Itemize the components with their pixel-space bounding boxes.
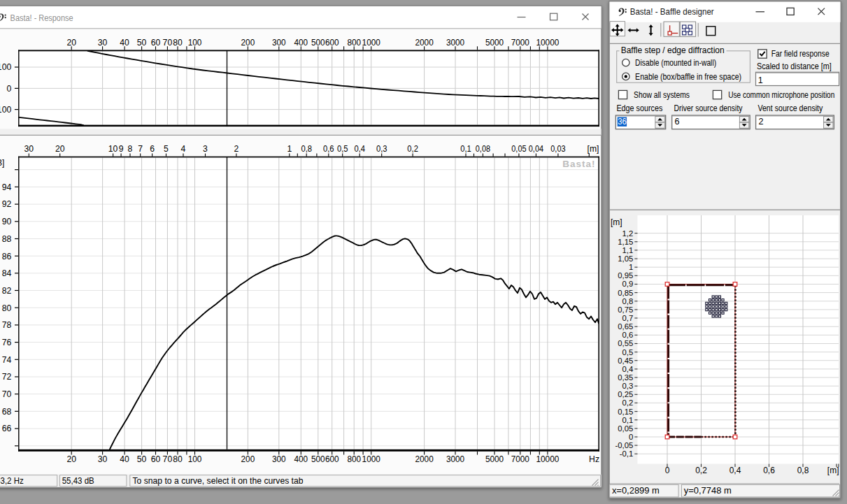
svg-text:78: 78 xyxy=(2,320,12,330)
svg-text:0,4: 0,4 xyxy=(354,144,365,154)
svg-text:84: 84 xyxy=(2,268,12,278)
svg-text:Scaled to distance [m]: Scaled to distance [m] xyxy=(757,62,832,71)
svg-text:86: 86 xyxy=(2,252,12,261)
svg-text:2000: 2000 xyxy=(415,38,434,48)
svg-text:70: 70 xyxy=(163,454,173,464)
svg-text:800: 800 xyxy=(347,38,361,48)
svg-text:100: 100 xyxy=(0,105,11,115)
svg-text:0,9: 0,9 xyxy=(622,280,634,288)
svg-text:[m]: [m] xyxy=(827,466,839,475)
svg-text:60: 60 xyxy=(151,38,161,48)
svg-text:50: 50 xyxy=(137,38,147,48)
svg-text:Baffle step / edge diffraction: Baffle step / edge diffraction xyxy=(621,45,725,55)
svg-text:0,3: 0,3 xyxy=(376,144,387,154)
svg-text:0,5: 0,5 xyxy=(337,144,348,154)
svg-text:2: 2 xyxy=(758,117,763,127)
svg-text:[dB]: [dB] xyxy=(0,158,5,168)
svg-text:80: 80 xyxy=(173,38,183,48)
svg-text:1000: 1000 xyxy=(362,454,380,464)
svg-text:3000: 3000 xyxy=(446,38,464,48)
svg-text:0,95: 0,95 xyxy=(618,271,633,280)
svg-text:88: 88 xyxy=(2,234,12,244)
svg-text:3: 3 xyxy=(203,144,208,154)
svg-text:[m]: [m] xyxy=(588,144,599,154)
svg-text:0,45: 0,45 xyxy=(618,357,633,365)
svg-text:7: 7 xyxy=(138,144,143,154)
svg-text:1000: 1000 xyxy=(362,38,380,48)
svg-text:0,03: 0,03 xyxy=(550,144,565,154)
svg-text:36: 36 xyxy=(618,117,627,127)
svg-text:100: 100 xyxy=(188,38,202,48)
svg-text:20: 20 xyxy=(55,144,65,154)
svg-text:0,15: 0,15 xyxy=(618,408,633,416)
svg-text:70: 70 xyxy=(2,389,12,399)
svg-text:0,4: 0,4 xyxy=(622,365,634,373)
svg-text:Edge sources: Edge sources xyxy=(616,103,662,113)
svg-text:10: 10 xyxy=(108,144,118,154)
svg-text:153,2 Hz: 153,2 Hz xyxy=(0,476,24,486)
svg-text:6: 6 xyxy=(150,144,155,154)
svg-text:0,6: 0,6 xyxy=(622,331,634,339)
svg-text:10000: 10000 xyxy=(536,454,560,464)
svg-text:y=0,7748 m: y=0,7748 m xyxy=(684,486,732,496)
svg-text:0,1: 0,1 xyxy=(622,416,634,424)
svg-text:76: 76 xyxy=(2,338,12,347)
svg-text:0,75: 0,75 xyxy=(618,305,633,314)
svg-text:200: 200 xyxy=(241,454,255,464)
svg-text:Hz: Hz xyxy=(589,454,599,464)
svg-text:20: 20 xyxy=(66,454,76,464)
svg-text:0,6: 0,6 xyxy=(763,466,775,475)
svg-text:500: 500 xyxy=(311,38,325,48)
svg-text:50: 50 xyxy=(137,454,147,464)
svg-text:3000: 3000 xyxy=(446,454,464,464)
svg-text:0,6: 0,6 xyxy=(323,144,334,154)
svg-text:300: 300 xyxy=(272,38,286,48)
svg-text:Basta! - Response: Basta! - Response xyxy=(10,13,73,23)
svg-text:Use common microphone position: Use common microphone position xyxy=(728,90,834,100)
svg-text:0,1: 0,1 xyxy=(460,144,471,154)
svg-text:0,4: 0,4 xyxy=(729,466,741,475)
svg-text:92: 92 xyxy=(2,199,12,209)
svg-text:0,2: 0,2 xyxy=(622,398,634,407)
svg-text:5000: 5000 xyxy=(485,38,504,48)
svg-text:0,05: 0,05 xyxy=(511,144,526,154)
svg-text:0: 0 xyxy=(665,466,670,475)
svg-text:300: 300 xyxy=(272,454,286,464)
svg-text:400: 400 xyxy=(294,454,308,464)
svg-text:200: 200 xyxy=(241,38,255,48)
svg-text:8: 8 xyxy=(128,144,133,154)
svg-text:Vent source density: Vent source density xyxy=(757,103,823,113)
svg-text:1: 1 xyxy=(758,75,763,85)
svg-text:[m]: [m] xyxy=(611,217,622,227)
svg-text:2: 2 xyxy=(234,144,239,154)
svg-text:94: 94 xyxy=(2,182,12,192)
svg-text:0,2: 0,2 xyxy=(407,144,418,154)
svg-text:0: 0 xyxy=(6,84,11,94)
svg-text:70: 70 xyxy=(163,38,173,48)
svg-text:0,8: 0,8 xyxy=(797,466,809,475)
svg-text:Far field response: Far field response xyxy=(771,49,830,59)
svg-text:0,2: 0,2 xyxy=(695,466,707,475)
svg-text:74: 74 xyxy=(2,355,12,365)
svg-text:0,8: 0,8 xyxy=(301,144,312,154)
svg-text:800: 800 xyxy=(347,454,361,464)
svg-text:40: 40 xyxy=(120,454,129,464)
svg-text:1,2: 1,2 xyxy=(622,229,634,238)
svg-text:0,65: 0,65 xyxy=(618,322,633,331)
svg-text:0,3: 0,3 xyxy=(622,382,634,390)
svg-text:80: 80 xyxy=(173,454,183,464)
svg-text:x=0,2899 m: x=0,2899 m xyxy=(612,486,660,496)
svg-text:500: 500 xyxy=(311,454,325,464)
svg-text:9: 9 xyxy=(119,144,124,154)
svg-text:1,15: 1,15 xyxy=(618,238,633,246)
svg-text:-0,1: -0,1 xyxy=(620,449,633,458)
svg-text:5000: 5000 xyxy=(485,454,504,464)
svg-text:72: 72 xyxy=(2,372,12,382)
svg-text:Driver source density: Driver source density xyxy=(674,103,743,113)
svg-text:0,7: 0,7 xyxy=(622,314,634,322)
svg-text:20: 20 xyxy=(66,38,76,48)
svg-text:1,05: 1,05 xyxy=(618,254,633,263)
svg-text:0,8: 0,8 xyxy=(622,297,634,305)
svg-text:Show all systems: Show all systems xyxy=(634,90,690,100)
svg-text:Enable (box/baffle in free spa: Enable (box/baffle in free space) xyxy=(635,72,741,82)
